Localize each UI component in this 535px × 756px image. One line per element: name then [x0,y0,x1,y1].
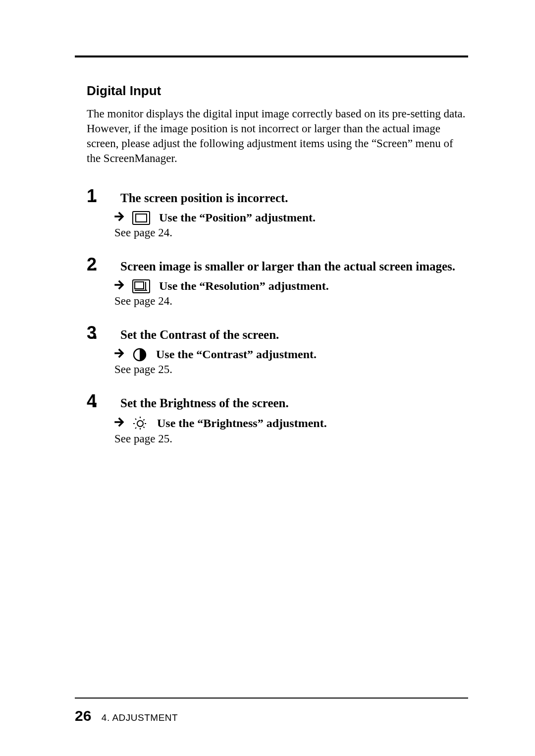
step-title: Screen image is smaller or larger than t… [115,260,455,273]
page-footer: 26 4. ADJUSTMENT [75,698,466,724]
action-text: Use the “Position” adjustment. [159,211,316,224]
intro-paragraph: The monitor displays the digital input i… [87,107,466,166]
footer-section: 4. ADJUSTMENT [102,712,178,723]
step-1: 1. The screen position is incorrect. Use… [87,186,466,239]
svg-point-7 [137,421,143,427]
step-2: 2. Screen image is smaller or larger tha… [87,254,466,308]
arrow-icon [114,347,125,362]
arrow-icon [114,416,125,431]
svg-rect-3 [135,282,144,289]
section-title: Digital Input [87,83,466,99]
svg-line-12 [135,419,137,421]
step-number: 3. [87,323,115,343]
action-text: Use the “Contrast” adjustment. [156,348,317,361]
page-number: 26 [75,707,91,724]
svg-line-13 [144,427,146,429]
step-number: 4. [87,391,115,412]
action-text: Use the “Brightness” adjustment. [157,417,327,430]
position-icon [132,211,150,225]
step-title: Set the Contrast of the screen. [115,328,279,342]
svg-line-14 [135,427,137,429]
action-text: Use the “Resolution” adjustment. [159,279,329,293]
svg-line-15 [144,419,146,421]
brightness-icon [132,416,148,432]
resolution-icon [132,279,150,293]
svg-rect-1 [136,214,147,222]
see-page: See page 25. [114,432,466,445]
see-page: See page 25. [114,363,466,376]
arrow-icon [114,211,125,225]
top-divider [75,55,468,57]
step-title: The screen position is incorrect. [115,191,288,205]
see-page: See page 24. [114,295,466,308]
arrow-icon [114,279,125,294]
step-title: Set the Brightness of the screen. [115,396,289,410]
step-number: 2. [87,254,115,275]
see-page: See page 24. [114,226,466,239]
contrast-icon [132,347,147,362]
bottom-divider [75,698,468,699]
step-3: 3. Set the Contrast of the screen. Use t… [87,323,466,376]
step-number: 1. [87,186,115,207]
step-4: 4. Set the Brightness of the screen. [87,391,466,445]
